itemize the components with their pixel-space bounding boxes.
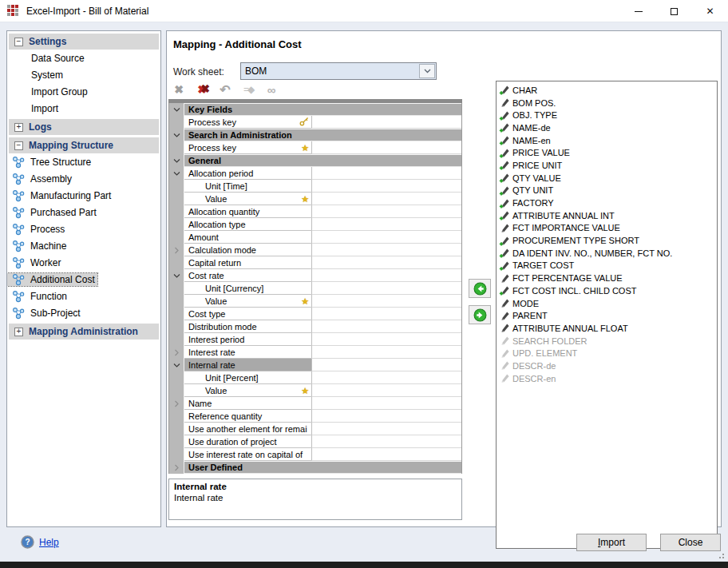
field-item-search-folder[interactable]: SEARCH FOLDER [499,335,717,348]
field-item-qty-unit[interactable]: QTY UNIT [499,185,717,197]
row-value-cell[interactable] [311,359,461,371]
row-expander[interactable] [169,231,184,244]
row-label-cell[interactable]: Unit [Currency] [184,282,311,295]
row-value-cell[interactable] [311,423,461,435]
row-expander[interactable] [169,295,184,308]
row-value-cell[interactable] [311,333,461,346]
link-icon[interactable]: ∞ [263,81,280,97]
row-label-cell[interactable]: General [184,154,461,167]
sidebar-item-assembly[interactable]: Assembly [7,170,160,187]
row-expander[interactable] [169,103,184,116]
row-expander[interactable] [169,384,184,397]
row-label-cell[interactable]: Reference quantity [184,410,311,423]
row-value-cell[interactable] [311,180,461,193]
row-label-cell[interactable]: Allocation type [184,218,311,231]
sidebar-section-logs[interactable]: + Logs [9,119,159,135]
close-button[interactable]: Close [660,534,721,551]
sidebar-item-purchased-part[interactable]: Purchased Part [7,204,160,220]
worksheet-select[interactable]: BOM [240,62,437,80]
row-expander[interactable] [169,410,184,423]
field-item-target-cost[interactable]: TARGET COST [499,260,717,272]
sidebar-section-mapping-administration[interactable]: + Mapping Administration [9,324,159,340]
move-right-button[interactable] [469,305,491,324]
row-value-cell[interactable] [311,435,461,448]
row-expander[interactable] [169,448,184,461]
sidebar-item-machine[interactable]: Machine [7,237,160,254]
field-item-price-unit[interactable]: PRICE UNIT [499,159,717,172]
row-expander[interactable] [169,333,184,346]
field-item-obj-type[interactable]: OBJ. TYPE [499,109,717,121]
sidebar-item-additional-cost[interactable]: Additional Cost [7,271,160,288]
row-label-cell[interactable]: Distribution mode [184,320,311,333]
field-item-mode[interactable]: MODE [499,297,717,310]
row-expander[interactable] [169,218,184,231]
field-item-name-de[interactable]: NAME-de [499,121,717,134]
sidebar-item-function[interactable]: Function [7,288,160,304]
row-label-cell[interactable]: Key Fields [184,103,461,116]
row-label-cell[interactable]: Cost type [184,308,311,320]
sidebar-item-import[interactable]: Import [7,100,160,117]
row-expander[interactable] [169,193,184,205]
row-expander[interactable] [169,282,184,295]
row-value-cell[interactable] [311,256,461,269]
row-label-cell[interactable]: Value ★ [184,295,311,308]
field-item-factory[interactable]: FACTORY [499,197,717,209]
field-item-bom-pos[interactable]: BOM POS. [499,97,717,109]
row-expander[interactable] [169,269,184,282]
maximize-button[interactable] [656,0,692,22]
field-item-attribute-annual-float[interactable]: ATTRIBUTE ANNUAL FLOAT [499,322,717,335]
field-item-fct-cost-incl-child-cost[interactable]: FCT COST INCL. CHILD COST [499,284,717,297]
sidebar-item-sub-project[interactable]: Sub-Project [7,304,160,321]
help-link[interactable]: ? Help [21,535,59,549]
row-expander[interactable] [169,154,184,167]
row-expander[interactable] [169,180,184,193]
row-value-cell[interactable] [311,410,461,423]
row-label-cell[interactable]: Value ★ [184,193,311,205]
row-label-cell[interactable]: Calculation mode [184,244,311,256]
import-button[interactable]: Import [576,534,647,551]
sidebar-section-settings[interactable]: − Settings [9,34,159,50]
expander-icon[interactable]: − [14,141,23,150]
row-expander[interactable] [169,129,184,141]
row-value-cell[interactable] [311,308,461,320]
sidebar-item-import-group[interactable]: Import Group [7,83,160,100]
row-label-cell[interactable]: Use duration of project [184,435,311,448]
field-item-price-value[interactable]: PRICE VALUE [499,146,717,159]
field-item-descr-en[interactable]: DESCR-en [499,372,717,385]
row-value-cell[interactable] [311,448,461,461]
row-value-cell[interactable] [311,269,461,282]
move-left-button[interactable] [469,279,491,298]
remove-mapping-icon[interactable]: ✖ [170,81,188,97]
row-expander[interactable] [169,167,184,180]
field-item-attribute-annual-int[interactable]: ATTRIBUTE ANNUAL INT [499,209,717,222]
row-expander[interactable] [169,116,184,129]
expander-icon[interactable]: + [14,328,23,336]
sidebar-item-tree-structure[interactable]: Tree Structure [7,153,160,170]
row-label-cell[interactable]: Amount [184,231,311,244]
close-button[interactable]: ✕ [692,0,728,22]
row-label-cell[interactable]: Process key [184,116,311,129]
field-item-upd-element[interactable]: UPD. ELEMENT [499,347,717,359]
row-label-cell[interactable]: Unit [Time] [184,180,311,193]
row-value-cell[interactable] [311,282,461,295]
remove-all-mappings-icon[interactable]: ✖✖ [193,81,211,97]
row-value-cell[interactable] [311,141,461,154]
row-value-cell[interactable] [311,397,461,410]
expander-icon[interactable]: + [14,123,23,132]
undo-icon[interactable]: ↶ [216,81,234,97]
minimize-button[interactable] [620,0,656,22]
row-expander[interactable] [169,346,184,359]
row-expander[interactable] [169,461,184,474]
row-value-cell[interactable] [311,371,461,384]
row-value-cell[interactable] [311,384,461,397]
chevron-down-icon[interactable] [419,64,435,78]
field-item-qty-value[interactable]: QTY VALUE [499,172,717,185]
row-value-cell[interactable] [311,244,461,256]
row-label-cell[interactable]: User Defined [184,461,461,474]
field-item-descr-de[interactable]: DESCR-de [499,359,717,372]
row-value-cell[interactable] [311,167,461,180]
sidebar-item-worker[interactable]: Worker [7,254,160,271]
field-item-name-en[interactable]: NAME-en [499,134,717,147]
row-label-cell[interactable]: Use another element for remai [184,423,311,435]
auto-map-icon[interactable]: =◆ [239,81,257,97]
